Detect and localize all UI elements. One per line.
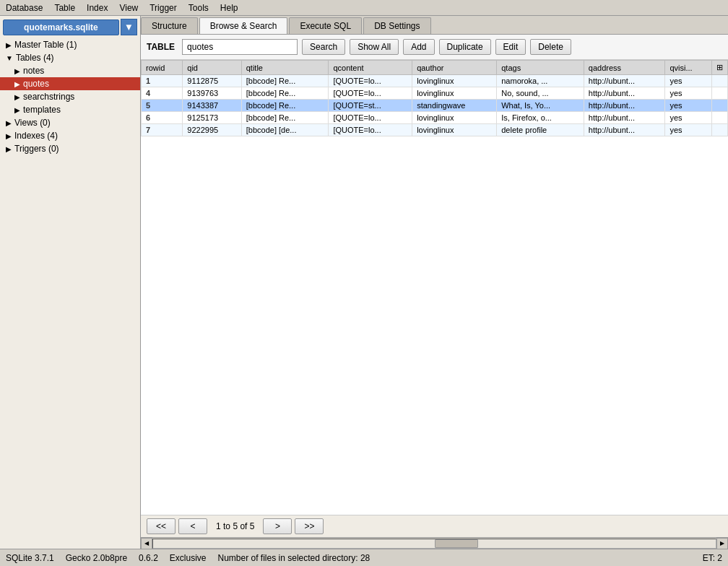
cell-qcontent: [QUOTE=lo... xyxy=(329,112,412,124)
cell-qtags: namoroka, ... xyxy=(497,75,584,87)
menu-trigger[interactable]: Trigger xyxy=(144,1,183,14)
show-all-button[interactable]: Show All xyxy=(350,39,399,55)
duplicate-button[interactable]: Duplicate xyxy=(439,39,491,55)
cell-qtitle: [bbcode] Re... xyxy=(241,100,329,112)
tables-group-label: Tables (4) xyxy=(16,53,54,63)
et-label: ET: 2 xyxy=(703,553,722,563)
sidebar-item-searchstrings[interactable]: ▶ searchstrings xyxy=(0,90,140,103)
sidebar: quotemarks.sqlite ▼ ▶ Master Table (1) ▼… xyxy=(0,16,141,549)
scroll-right-btn[interactable]: ▶ xyxy=(716,538,728,549)
arrow-icon: ▶ xyxy=(14,80,20,88)
table-row[interactable]: 69125173[bbcode] Re...[QUOTE=lo...loving… xyxy=(142,112,728,124)
searchstrings-label: searchstrings xyxy=(23,92,74,102)
col-header-qcontent[interactable]: qcontent xyxy=(329,61,412,75)
triggers-group-label: Triggers (0) xyxy=(14,144,59,154)
cell-qvisi: yes xyxy=(665,124,712,136)
menu-table[interactable]: Table xyxy=(48,1,81,14)
sidebar-item-notes[interactable]: ▶ notes xyxy=(0,64,140,77)
master-table-label: Master Table (1) xyxy=(14,40,77,50)
menubar: Database Table Index View Trigger Tools … xyxy=(0,0,728,16)
menu-help[interactable]: Help xyxy=(214,1,244,14)
page-end: 5 xyxy=(233,521,238,531)
tab-db-settings[interactable]: DB Settings xyxy=(363,17,430,34)
col-header-icon: ⊞ xyxy=(712,61,728,75)
cell-qaddress: http://ubunt... xyxy=(584,75,665,87)
quotes-label: quotes xyxy=(23,79,49,89)
cell-qtags: Is, Firefox, o... xyxy=(497,112,584,124)
cell-qvisi: yes xyxy=(665,87,712,100)
page-info: 1 to 5 of 5 xyxy=(210,521,260,531)
indexes-group-label: Indexes (4) xyxy=(14,131,58,141)
menu-index[interactable]: Index xyxy=(81,1,113,14)
col-header-rowid[interactable]: rowid xyxy=(142,61,183,75)
first-page-btn[interactable]: << xyxy=(147,518,176,534)
col-header-qvisi[interactable]: qvisi... xyxy=(665,61,712,75)
cell-qtitle: [bbcode] Re... xyxy=(241,75,329,87)
sidebar-item-templates[interactable]: ▶ templates xyxy=(0,103,140,116)
sidebar-group-tables[interactable]: ▼ Tables (4) xyxy=(0,51,140,64)
current-page: 1 xyxy=(216,521,221,531)
db-version: 0.6.2 xyxy=(139,553,158,563)
cell-qvisi: yes xyxy=(665,75,712,87)
pagination: << < 1 to 5 of 5 > >> xyxy=(141,515,728,537)
cell-qcontent: [QUOTE=lo... xyxy=(329,124,412,136)
tab-bar: Structure Browse & Search Execute SQL DB… xyxy=(141,16,728,35)
cell-icon xyxy=(712,124,728,136)
col-header-qid[interactable]: qid xyxy=(183,61,241,75)
cell-qid: 9125173 xyxy=(183,112,241,124)
prev-page-btn[interactable]: < xyxy=(178,518,207,534)
table-label: TABLE xyxy=(147,42,175,52)
scroll-thumb[interactable] xyxy=(435,539,478,548)
col-header-qaddress[interactable]: qaddress xyxy=(584,61,665,75)
cell-qtags: No, sound, ... xyxy=(497,87,584,100)
table-row[interactable]: 49139763[bbcode] Re...[QUOTE=lo...loving… xyxy=(142,87,728,100)
col-header-qtags[interactable]: qtags xyxy=(497,61,584,75)
table-input[interactable] xyxy=(182,39,298,55)
add-button[interactable]: Add xyxy=(403,39,434,55)
sidebar-group-indexes[interactable]: ▶ Indexes (4) xyxy=(0,129,140,142)
db-arrow-btn[interactable]: ▼ xyxy=(121,19,137,35)
cell-qtitle: [bbcode] Re... xyxy=(241,87,329,100)
cell-rowid: 5 xyxy=(142,100,183,112)
table-row[interactable]: 79222995[bbcode] [de...[QUOTE=lo...lovin… xyxy=(142,124,728,136)
tab-browse-search[interactable]: Browse & Search xyxy=(199,17,288,34)
edit-button[interactable]: Edit xyxy=(495,39,526,55)
table-row[interactable]: 19112875[bbcode] Re...[QUOTE=lo...loving… xyxy=(142,75,728,87)
cell-qcontent: [QUOTE=lo... xyxy=(329,87,412,100)
scroll-track[interactable] xyxy=(152,539,716,549)
tab-execute-sql[interactable]: Execute SQL xyxy=(289,17,362,34)
cell-qaddress: http://ubunt... xyxy=(584,100,665,112)
table-header-row: rowid qid qtitle qcontent qauthor qtags … xyxy=(142,61,728,75)
statusbar: SQLite 3.7.1 Gecko 2.0b8pre 0.6.2 Exclus… xyxy=(0,549,728,566)
sidebar-group-triggers[interactable]: ▶ Triggers (0) xyxy=(0,142,140,155)
sidebar-item-quotes[interactable]: ▶ quotes xyxy=(0,77,140,90)
col-header-qauthor[interactable]: qauthor xyxy=(412,61,497,75)
gecko-version: Gecko 2.0b8pre xyxy=(66,553,127,563)
cell-qaddress: http://ubunt... xyxy=(584,112,665,124)
cell-qauthor: lovinglinux xyxy=(412,112,497,124)
horizontal-scrollbar[interactable]: ◀ ▶ xyxy=(141,537,728,549)
content-area: Structure Browse & Search Execute SQL DB… xyxy=(141,16,728,549)
sidebar-item-master-table[interactable]: ▶ Master Table (1) xyxy=(0,38,140,51)
cell-qid: 9112875 xyxy=(183,75,241,87)
cell-rowid: 1 xyxy=(142,75,183,87)
cell-qcontent: [QUOTE=st... xyxy=(329,100,412,112)
table-row[interactable]: 59143387[bbcode] Re...[QUOTE=st...standi… xyxy=(142,100,728,112)
last-page-btn[interactable]: >> xyxy=(295,518,324,534)
cell-rowid: 6 xyxy=(142,112,183,124)
menu-database[interactable]: Database xyxy=(0,1,48,14)
next-page-btn[interactable]: > xyxy=(263,518,292,534)
db-dropdown-btn[interactable]: quotemarks.sqlite xyxy=(3,19,119,35)
cell-qtitle: [bbcode] Re... xyxy=(241,112,329,124)
sidebar-group-views[interactable]: ▶ Views (0) xyxy=(0,116,140,129)
data-table: rowid qid qtitle qcontent qauthor qtags … xyxy=(141,60,728,136)
col-header-qtitle[interactable]: qtitle xyxy=(241,61,329,75)
menu-tools[interactable]: Tools xyxy=(183,1,214,14)
search-button[interactable]: Search xyxy=(302,39,345,55)
delete-button[interactable]: Delete xyxy=(530,39,571,55)
menu-view[interactable]: View xyxy=(113,1,144,14)
tab-structure[interactable]: Structure xyxy=(141,17,198,34)
cell-qvisi: yes xyxy=(665,112,712,124)
cell-qid: 9143387 xyxy=(183,100,241,112)
scroll-left-btn[interactable]: ◀ xyxy=(141,538,152,549)
